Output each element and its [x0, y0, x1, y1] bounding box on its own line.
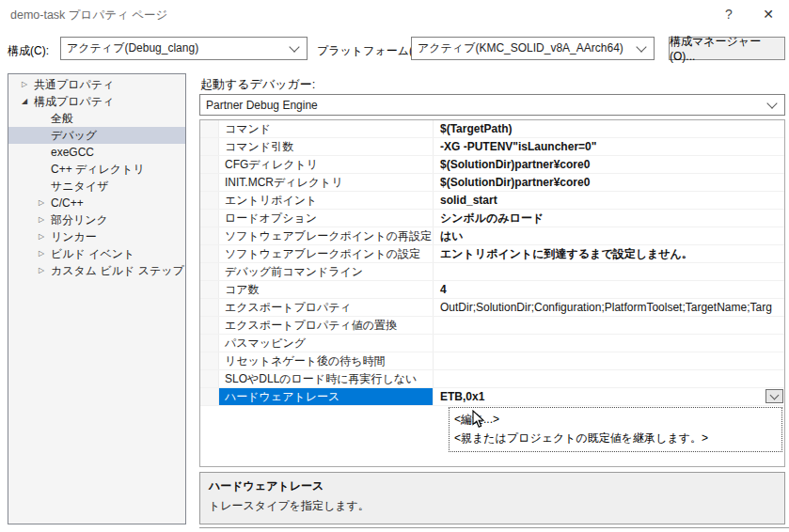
tree-item-sanitizer[interactable]: サニタイザ: [8, 178, 185, 195]
tree-item-label: サニタイザ: [51, 178, 108, 195]
property-row-slo-dll-no-rerun[interactable]: SLOやDLLのロード時に再実行しない: [200, 370, 784, 388]
debug-engine-select[interactable]: Partner Debug Engine: [199, 94, 785, 116]
expander-expanded-icon[interactable]: ◢: [22, 93, 34, 110]
property-row-pre-debug-commandline[interactable]: デバッグ前コマンドライン: [200, 263, 784, 281]
tree-item-label: C++ ディレクトリ: [51, 161, 145, 178]
value-dropdown-button[interactable]: [765, 389, 783, 403]
property-pages-dialog: { "window": { "title": "demo-task プロパティ …: [0, 0, 789, 532]
property-row-load-option[interactable]: ロードオプション シンボルのみロード: [200, 210, 784, 227]
tree-item-build-events[interactable]: ▷ ビルド イベント: [8, 245, 185, 262]
property-row-hardware-trace[interactable]: ハードウェアトレース ETB,0x1: [200, 388, 784, 406]
chevron-down-icon: [289, 41, 299, 52]
configuration-select[interactable]: アクティブ(Debug_clang): [60, 37, 308, 60]
tree-item-common-properties[interactable]: ▷ 共通プロパティ: [8, 76, 185, 93]
tree-item-label: デバッグ: [51, 127, 97, 144]
tree-item-custom-build-step[interactable]: ▷ カスタム ビルド ステップ: [8, 262, 185, 279]
property-row-swbp-reset[interactable]: ソフトウェアブレークポイントの再設定 はい: [200, 227, 784, 245]
dropdown-item-edit[interactable]: <編集...>: [450, 410, 781, 429]
description-text: トレースタイプを指定します。: [209, 498, 776, 514]
property-row-cfg-directory[interactable]: CFGディレクトリ $(SolutionDir)partner¥core0: [200, 156, 784, 174]
description-panel: ハードウェアトレース トレースタイプを指定します。: [199, 472, 785, 524]
expander-collapsed-icon[interactable]: ▷: [39, 195, 51, 211]
help-button[interactable]: ?: [711, 0, 747, 28]
property-row-entry-point[interactable]: エントリポイント solid_start: [200, 192, 784, 210]
property-row-path-mapping[interactable]: パスマッピング: [200, 335, 784, 352]
expander-collapsed-icon[interactable]: ▷: [39, 228, 51, 245]
title-bar: demo-task プロパティ ページ ? ✕: [0, 0, 789, 28]
launch-debugger-label: 起動するデバッガー:: [200, 76, 315, 93]
tree-item-label: 全般: [51, 110, 73, 127]
window-title: demo-task プロパティ ページ: [10, 8, 167, 23]
platform-value: アクティブ(KMC_SOLID_v8A_AArch64): [418, 40, 634, 56]
tree-item-config-properties[interactable]: ◢ 構成プロパティ: [8, 93, 185, 110]
property-row-swbp-setting[interactable]: ソフトウェアブレークポイントの設定 エントリポイントに到達するまで設定しません。: [200, 245, 784, 263]
tree-item-c-cpp[interactable]: ▷ C/C++: [8, 195, 185, 211]
tree-item-label: ビルド イベント: [51, 245, 134, 262]
description-title: ハードウェアトレース: [209, 478, 776, 494]
property-row-initmcr-directory[interactable]: INIT.MCRディレクトリ $(SolutionDir)partner¥cor…: [200, 174, 784, 192]
tree-item-label: 部分リンク: [51, 211, 108, 228]
tree-item-linker[interactable]: ▷ リンカー: [8, 228, 185, 245]
property-row-export-properties[interactable]: エクスポートプロパティ OutDir;SolutionDir;Configura…: [200, 299, 784, 317]
mouse-cursor-icon: [472, 410, 485, 429]
chevron-down-icon: [636, 41, 646, 52]
tree-item-partial-link[interactable]: ▷ 部分リンク: [8, 211, 185, 228]
hardware-trace-dropdown: <編集...> <親またはプロジェクトの既定値を継承します。>: [449, 407, 782, 452]
configuration-manager-button[interactable]: 構成マネージャー(O)...: [669, 37, 785, 60]
bottom-divider: [199, 527, 789, 531]
tree-item-label: C/C++: [51, 195, 84, 211]
property-tree: ▷ 共通プロパティ ◢ 構成プロパティ 全般 デバッグ exeGCC C++ デ…: [8, 73, 186, 524]
tree-item-label: リンカー: [51, 228, 97, 245]
hardware-trace-value: ETB,0x1: [440, 390, 484, 403]
chevron-down-icon: [770, 390, 780, 399]
configuration-value: アクティブ(Debug_clang): [67, 40, 287, 56]
property-row-reset-negate-wait[interactable]: リセットネゲート後の待ち時間: [200, 352, 784, 370]
configuration-label: 構成(C):: [8, 43, 49, 59]
dropdown-item-inherit[interactable]: <親またはプロジェクトの既定値を継承します。>: [450, 429, 781, 447]
property-row-core-count[interactable]: コア数 4: [200, 281, 784, 299]
tree-item-label: カスタム ビルド ステップ: [51, 262, 184, 279]
expander-collapsed-icon[interactable]: ▷: [39, 245, 51, 262]
tree-item-label: exeGCC: [51, 144, 94, 161]
property-row-command[interactable]: コマンド $(TargetPath): [200, 120, 784, 138]
tree-item-debug[interactable]: デバッグ: [8, 127, 185, 144]
tree-item-general[interactable]: 全般: [8, 110, 185, 127]
chevron-down-icon: [766, 98, 777, 108]
tree-item-label: 構成プロパティ: [34, 93, 114, 110]
expander-collapsed-icon[interactable]: ▷: [22, 76, 34, 93]
tree-item-exegcc[interactable]: exeGCC: [8, 144, 185, 161]
debug-engine-value: Partner Debug Engine: [206, 99, 765, 112]
expander-collapsed-icon[interactable]: ▷: [39, 262, 51, 279]
platform-select[interactable]: アクティブ(KMC_SOLID_v8A_AArch64): [411, 37, 655, 60]
property-row-command-args[interactable]: コマンド引数 -XG -PUTENV"isLauncher=0": [200, 138, 784, 156]
tree-item-cpp-directories[interactable]: C++ ディレクトリ: [8, 161, 185, 178]
close-button[interactable]: ✕: [750, 0, 786, 28]
property-row-export-properties-replace[interactable]: エクスポートプロパティ値の置換: [200, 317, 784, 335]
expander-collapsed-icon[interactable]: ▷: [39, 211, 51, 228]
tree-item-label: 共通プロパティ: [34, 76, 114, 93]
